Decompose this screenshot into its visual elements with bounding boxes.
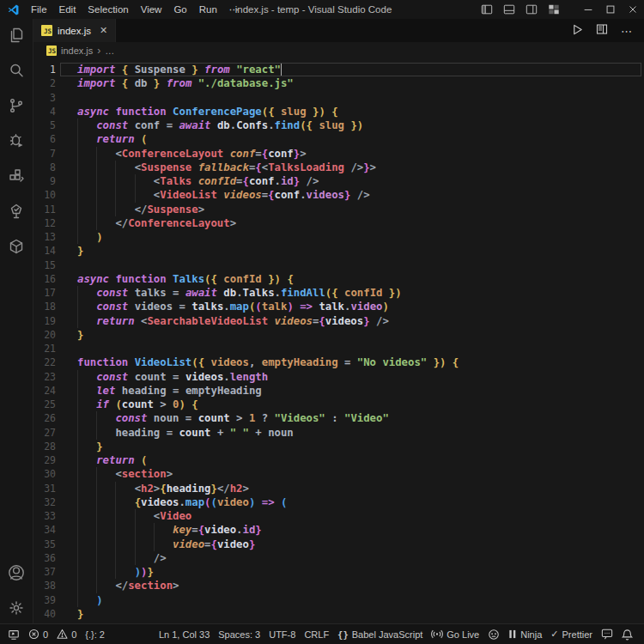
menu-go[interactable]: Go	[167, 0, 192, 19]
minimize-icon[interactable]	[577, 0, 599, 19]
line-number: 28	[33, 440, 56, 453]
code-line-3[interactable]: 3	[33, 91, 644, 105]
status-indentation[interactable]: Spaces: 3	[214, 624, 264, 644]
status-feedback[interactable]	[597, 624, 617, 644]
code-line-7[interactable]: 7<ConferenceLayout conf={conf}>	[33, 147, 644, 161]
code-line-12[interactable]: 12</ConferenceLayout>	[33, 216, 644, 230]
close-icon[interactable]	[622, 0, 644, 19]
line-number: 10	[33, 188, 56, 202]
code-line-39[interactable]: 39)	[33, 593, 644, 607]
code-line-14[interactable]: 14}	[33, 244, 644, 258]
status-ninja-extension[interactable]: Ninja	[504, 624, 546, 644]
status-cursor-position[interactable]: Ln 1, Col 33	[155, 624, 214, 644]
code-line-17[interactable]: 17const talks = await db.Talks.findAll({…	[33, 286, 644, 300]
status-robot-extension[interactable]	[483, 624, 504, 644]
code-line-29[interactable]: 29return (	[33, 453, 644, 467]
tab-indexjs[interactable]: JS index.js ✕	[33, 19, 116, 42]
code-line-16[interactable]: 16async function Talks({ confId }) {	[33, 272, 644, 286]
line-number: 3	[33, 91, 56, 105]
code-line-25[interactable]: 25if (count > 0) {	[33, 398, 644, 411]
code-line-23[interactable]: 23const count = videos.length	[33, 370, 644, 384]
menu-more[interactable]: ⋯	[223, 0, 246, 19]
code-line-10[interactable]: 10<VideoList videos={conf.videos} />	[33, 188, 644, 202]
code-line-35[interactable]: 35video={video}	[33, 538, 644, 551]
status-eol-sequence-label: CRLF	[304, 629, 329, 640]
status-remote-window[interactable]	[3, 624, 24, 644]
menu-run[interactable]: Run	[193, 0, 223, 19]
code-line-19[interactable]: 19return <SearchableVideoList videos={vi…	[33, 314, 644, 328]
code-line-1[interactable]: 1import { Suspense } from "react"	[33, 63, 644, 76]
status-language-mode[interactable]: {}Babel JavaScript	[333, 624, 427, 644]
explorer-icon[interactable]	[6, 25, 27, 46]
status-problems-errors[interactable]: 0	[24, 624, 52, 644]
code-line-2[interactable]: 2import { db } from "./database.js"	[33, 76, 644, 90]
more-actions-icon[interactable]: ⋯	[621, 23, 633, 39]
code-line-13[interactable]: 13)	[33, 230, 644, 244]
code-line-34[interactable]: 34key={video.id}	[33, 523, 644, 537]
run-code-icon[interactable]	[572, 23, 583, 39]
search-icon[interactable]	[6, 60, 27, 81]
menu-file[interactable]: File	[25, 0, 53, 19]
breadcrumb-symbol[interactable]: …	[105, 46, 114, 56]
indent-guide	[96, 174, 97, 188]
indent-guide	[135, 509, 136, 523]
status-indentation-label: Spaces: 3	[218, 629, 260, 640]
toggle-panel-icon[interactable]	[498, 0, 520, 19]
settings-icon[interactable]	[6, 598, 27, 618]
status-notifications[interactable]	[617, 624, 637, 644]
run-debug-icon[interactable]	[6, 131, 27, 151]
code-line-5[interactable]: 5const conf = await db.Confs.find({ slug…	[33, 118, 644, 132]
code-line-21[interactable]: 21	[33, 342, 644, 355]
code-line-36[interactable]: 36/>	[33, 551, 644, 565]
dependencies-cube-icon[interactable]	[6, 236, 27, 257]
status-go-live[interactable]: Go Live	[427, 624, 483, 644]
code-line-27[interactable]: 27heading = count + " " + noun	[33, 426, 644, 440]
code-line-9[interactable]: 9<Talks confId={conf.id} />	[33, 174, 644, 188]
toggle-primary-sidebar-icon[interactable]	[476, 0, 498, 19]
code-line-18[interactable]: 18const videos = talks.map((talk) => tal…	[33, 300, 644, 313]
menu-edit[interactable]: Edit	[53, 0, 82, 19]
maximize-icon[interactable]	[599, 0, 622, 19]
status-encoding[interactable]: UTF-8	[264, 624, 300, 644]
status-symbol-count[interactable]: {.}: 2	[81, 624, 109, 644]
code-line-40[interactable]: 40}	[33, 607, 644, 621]
code-line-11[interactable]: 11</Suspense>	[33, 203, 644, 216]
code-line-28[interactable]: 28}	[33, 440, 644, 453]
indent-guide	[115, 203, 116, 216]
indent-guide	[77, 551, 78, 565]
code-line-38[interactable]: 38</section>	[33, 579, 644, 592]
tab-close-icon[interactable]: ✕	[100, 25, 107, 36]
code-line-31[interactable]: 31<h2>{heading}</h2>	[33, 482, 644, 495]
breadcrumb-file[interactable]: index.js	[61, 46, 93, 56]
code-line-15[interactable]: 15	[33, 258, 644, 272]
menu-view[interactable]: View	[135, 0, 168, 19]
todo-tree-icon[interactable]	[6, 201, 27, 222]
source-control-icon[interactable]	[6, 95, 27, 116]
status-eol-sequence[interactable]: CRLF	[300, 624, 333, 644]
menu-selection[interactable]: Selection	[82, 0, 134, 19]
code-line-32[interactable]: 32{videos.map((video) => (	[33, 495, 644, 509]
code-line-20[interactable]: 20}	[33, 328, 644, 342]
code-line-33[interactable]: 33<Video	[33, 509, 644, 523]
code-line-22[interactable]: 22function VideoList({ videos, emptyHead…	[33, 355, 644, 369]
code-line-30[interactable]: 30<section>	[33, 467, 644, 481]
code-line-24[interactable]: 24let heading = emptyHeading	[33, 384, 644, 398]
code-line-6[interactable]: 6return (	[33, 132, 644, 146]
code-line-4[interactable]: 4async function ConferencePage({ slug })…	[33, 105, 644, 118]
code-line-37[interactable]: 37))}	[33, 565, 644, 579]
code-editor[interactable]: 1import { Suspense } from "react"2import…	[33, 58, 644, 623]
split-editor-icon[interactable]	[596, 23, 608, 39]
indent-guide	[77, 132, 78, 146]
line-number: 33	[33, 509, 56, 523]
status-problems-errors-label: 0	[43, 629, 48, 640]
toggle-secondary-sidebar-icon[interactable]	[520, 0, 543, 19]
line-number: 5	[33, 118, 56, 132]
status-problems-warnings[interactable]: 0	[52, 624, 81, 644]
indent-guide	[77, 509, 78, 523]
extensions-icon[interactable]	[6, 166, 27, 186]
code-line-8[interactable]: 8<Suspense fallback={<TalksLoading />}>	[33, 161, 644, 174]
code-line-26[interactable]: 26const noun = count > 1 ? "Videos" : "V…	[33, 411, 644, 425]
accounts-icon[interactable]	[6, 562, 27, 583]
customize-layout-icon[interactable]	[543, 0, 565, 19]
status-prettier[interactable]: ✓Prettier	[546, 624, 597, 644]
